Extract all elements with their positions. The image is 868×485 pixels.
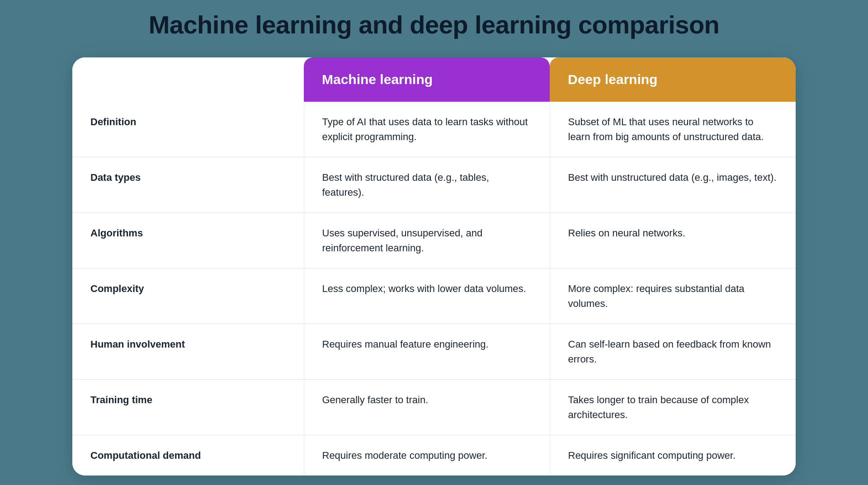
row-ml-cell: Best with structured data (e.g., tables,… xyxy=(304,157,550,212)
row-label: Training time xyxy=(72,379,304,435)
table-row: Human involvementRequires manual feature… xyxy=(72,324,796,379)
row-dl-cell: Relies on neural networks. xyxy=(550,212,796,268)
row-dl-cell: Can self-learn based on feedback from kn… xyxy=(550,324,796,379)
table-row: Data typesBest with structured data (e.g… xyxy=(72,157,796,212)
dl-column-header: Deep learning xyxy=(568,72,657,87)
comparison-table-wrapper: Machine learning Deep learning Definitio… xyxy=(72,57,796,476)
page-title: Machine learning and deep learning compa… xyxy=(149,10,720,39)
row-label: Definition xyxy=(72,102,304,157)
table-row: ComplexityLess complex; works with lower… xyxy=(72,268,796,324)
row-ml-cell: Type of AI that uses data to learn tasks… xyxy=(304,102,550,157)
row-ml-cell: Requires moderate computing power. xyxy=(304,435,550,476)
row-dl-cell: More complex: requires substantial data … xyxy=(550,268,796,324)
table-row: Training timeGenerally faster to train.T… xyxy=(72,379,796,435)
header-ml-col: Machine learning xyxy=(304,57,550,102)
row-label: Data types xyxy=(72,157,304,212)
table-body: DefinitionType of AI that uses data to l… xyxy=(72,102,796,476)
table-header-row: Machine learning Deep learning xyxy=(72,57,796,102)
row-dl-cell: Requires significant computing power. xyxy=(550,435,796,476)
table-row: DefinitionType of AI that uses data to l… xyxy=(72,102,796,157)
row-ml-cell: Requires manual feature engineering. xyxy=(304,324,550,379)
row-ml-cell: Less complex; works with lower data volu… xyxy=(304,268,550,324)
header-dl-col: Deep learning xyxy=(550,57,796,102)
ml-column-header: Machine learning xyxy=(322,72,433,87)
row-ml-cell: Uses supervised, unsupervised, and reinf… xyxy=(304,212,550,268)
table-row: AlgorithmsUses supervised, unsupervised,… xyxy=(72,212,796,268)
row-dl-cell: Takes longer to train because of complex… xyxy=(550,379,796,435)
row-label: Algorithms xyxy=(72,212,304,268)
row-label: Computational demand xyxy=(72,435,304,476)
row-ml-cell: Generally faster to train. xyxy=(304,379,550,435)
page-container: Machine learning and deep learning compa… xyxy=(72,10,796,476)
row-label: Human involvement xyxy=(72,324,304,379)
row-label: Complexity xyxy=(72,268,304,324)
header-label-col xyxy=(72,57,304,102)
comparison-table: Machine learning Deep learning Definitio… xyxy=(72,57,796,476)
table-row: Computational demandRequires moderate co… xyxy=(72,435,796,476)
row-dl-cell: Subset of ML that uses neural networks t… xyxy=(550,102,796,157)
row-dl-cell: Best with unstructured data (e.g., image… xyxy=(550,157,796,212)
